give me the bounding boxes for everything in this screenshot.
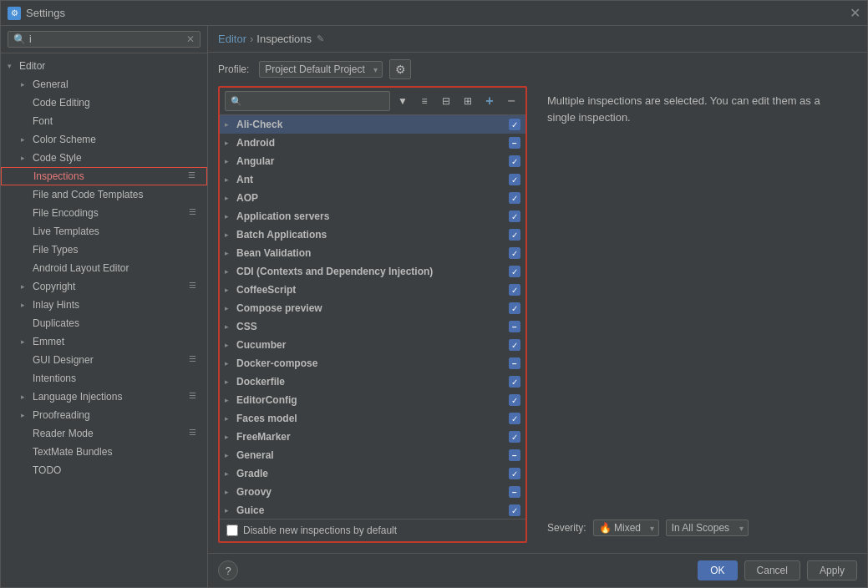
severity-label: Severity: <box>547 522 586 534</box>
severity-select[interactable]: 🔥 Mixed <box>593 520 659 536</box>
sidebar-item-label-intentions: Intentions <box>33 373 76 384</box>
sidebar-item-general[interactable]: General <box>1 75 207 94</box>
inspections-list: Ali-Check Android Angular <box>220 115 525 519</box>
sidebar-item-inlay-hints[interactable]: Inlay Hints <box>1 296 207 314</box>
breadcrumb: Editor › Inspections ✎ <box>208 26 867 53</box>
checkbox-faces-model[interactable] <box>509 413 520 424</box>
checkbox-compose-preview[interactable] <box>509 302 520 314</box>
inspection-row-application-servers[interactable]: Application servers <box>220 207 525 226</box>
checkbox-android[interactable] <box>509 137 520 149</box>
inspection-row-angular[interactable]: Angular <box>220 152 525 170</box>
sidebar-item-color-scheme[interactable]: Color Scheme <box>1 130 207 149</box>
checkbox-cucumber[interactable] <box>509 339 520 351</box>
sidebar-item-code-editing[interactable]: Code Editing <box>1 94 207 112</box>
inspection-row-batch-applications[interactable]: Batch Applications <box>220 226 525 244</box>
inspection-row-coffeescript[interactable]: CoffeeScript <box>220 281 525 299</box>
sidebar-item-duplicates[interactable]: Duplicates <box>1 314 207 332</box>
checkbox-batch-applications[interactable] <box>509 229 520 241</box>
list-search-input[interactable] <box>245 95 384 107</box>
help-button[interactable]: ? <box>218 560 238 580</box>
inspection-name-faces-model: Faces model <box>236 413 509 424</box>
checkbox-guice[interactable] <box>509 504 520 516</box>
cancel-button[interactable]: Cancel <box>744 560 800 580</box>
sidebar-item-intentions[interactable]: Intentions <box>1 369 207 388</box>
filter-button[interactable]: ▼ <box>393 92 412 110</box>
inspection-row-dockerfile[interactable]: Dockerfile <box>220 373 525 391</box>
sidebar-item-proofreading[interactable]: Proofreading <box>1 406 207 424</box>
checkbox-editorconfig[interactable] <box>509 394 520 406</box>
inspection-name-editorconfig: EditorConfig <box>236 394 509 406</box>
sidebar-item-language-injections[interactable]: Language Injections ☰ <box>1 388 207 406</box>
checkbox-cdi[interactable] <box>509 266 520 277</box>
checkbox-freemarker[interactable] <box>509 431 520 443</box>
checkbox-aop[interactable] <box>509 192 520 204</box>
inspection-row-android[interactable]: Android <box>220 134 525 152</box>
checkbox-gradle[interactable] <box>509 468 520 479</box>
gear-button[interactable]: ⚙ <box>389 59 411 79</box>
checkbox-angular[interactable] <box>509 155 520 167</box>
checkbox-coffeescript[interactable] <box>509 284 520 296</box>
inspection-row-gradle[interactable]: Gradle <box>220 464 525 483</box>
checkbox-ant[interactable] <box>509 174 520 185</box>
add-button[interactable]: + <box>480 92 499 110</box>
sidebar-item-font[interactable]: Font <box>1 112 207 130</box>
scope-select[interactable]: In All Scopes <box>666 520 749 536</box>
search-clear-icon[interactable]: ✕ <box>186 33 195 45</box>
profile-label: Profile: <box>218 63 249 75</box>
sidebar-item-gui-designer[interactable]: GUI Designer ☰ <box>1 351 207 369</box>
checkbox-ali-check[interactable] <box>509 119 520 130</box>
sidebar-item-file-types[interactable]: File Types <box>1 241 207 259</box>
group-button[interactable]: ⊞ <box>459 92 477 110</box>
inspection-row-ant[interactable]: Ant <box>220 170 525 189</box>
sidebar-item-reader-mode[interactable]: Reader Mode ☰ <box>1 424 207 443</box>
sidebar-search-input[interactable] <box>29 33 186 45</box>
sidebar-item-file-code-templates[interactable]: File and Code Templates <box>1 185 207 204</box>
inspection-row-cucumber[interactable]: Cucumber <box>220 336 525 354</box>
sidebar-item-todo[interactable]: TODO <box>1 461 207 479</box>
checkbox-application-servers[interactable] <box>509 210 520 222</box>
inspection-row-faces-model[interactable]: Faces model <box>220 409 525 428</box>
inspection-row-guice[interactable]: Guice <box>220 501 525 519</box>
inspection-row-cdi[interactable]: CDI (Contexts and Dependency Injection) <box>220 262 525 281</box>
arrow-android <box>225 139 236 147</box>
sidebar-item-code-style[interactable]: Code Style <box>1 149 207 167</box>
sidebar-item-editor[interactable]: Editor <box>1 57 207 75</box>
inspection-name-bean-validation: Bean Validation <box>236 247 509 259</box>
close-button[interactable]: ✕ <box>849 8 860 19</box>
inspection-row-editorconfig[interactable]: EditorConfig <box>220 391 525 409</box>
sidebar-item-copyright[interactable]: Copyright ☰ <box>1 277 207 296</box>
inspection-row-ali-check[interactable]: Ali-Check <box>220 115 525 134</box>
sidebar-item-live-templates[interactable]: Live Templates <box>1 222 207 241</box>
inspection-row-bean-validation[interactable]: Bean Validation <box>220 244 525 262</box>
sidebar-item-android-layout-editor[interactable]: Android Layout Editor <box>1 259 207 277</box>
inspection-row-aop[interactable]: AOP <box>220 189 525 207</box>
expand-all-button[interactable]: ≡ <box>415 92 434 110</box>
checkbox-dockerfile[interactable] <box>509 376 520 388</box>
inspection-row-compose-preview[interactable]: Compose preview <box>220 299 525 317</box>
inspection-row-docker-compose[interactable]: Docker-compose <box>220 354 525 373</box>
disable-new-inspections-checkbox[interactable] <box>226 525 238 536</box>
inspection-row-groovy[interactable]: Groovy <box>220 483 525 501</box>
sidebar-item-textmate-bundles[interactable]: TextMate Bundles <box>1 443 207 461</box>
profile-select-wrap: Project Default Project <box>259 61 383 78</box>
checkbox-docker-compose[interactable] <box>509 357 520 369</box>
sidebar-item-emmet[interactable]: Emmet <box>1 332 207 351</box>
breadcrumb-edit-icon[interactable]: ✎ <box>317 33 324 44</box>
ok-button[interactable]: OK <box>698 560 737 580</box>
checkbox-groovy[interactable] <box>509 486 520 498</box>
checkbox-general[interactable] <box>509 449 520 461</box>
sidebar-item-file-encodings[interactable]: File Encodings ☰ <box>1 204 207 222</box>
inspection-row-freemarker[interactable]: FreeMarker <box>220 428 525 446</box>
checkbox-css[interactable] <box>509 321 520 332</box>
apply-button[interactable]: Apply <box>807 560 857 580</box>
profile-select[interactable]: Project Default Project <box>259 61 383 78</box>
remove-button[interactable]: − <box>502 92 520 110</box>
checkbox-bean-validation[interactable] <box>509 247 520 259</box>
sidebar-item-label-gui-designer: GUI Designer <box>33 354 94 366</box>
inspection-row-css[interactable]: CSS <box>220 317 525 336</box>
severity-row: Severity: 🔥 Mixed In All Scopes <box>537 513 857 543</box>
collapse-all-button[interactable]: ⊟ <box>437 92 455 110</box>
sidebar-item-label-duplicates: Duplicates <box>33 317 79 329</box>
inspection-row-general[interactable]: General <box>220 446 525 464</box>
sidebar-item-inspections[interactable]: Inspections ☰ <box>1 167 207 185</box>
